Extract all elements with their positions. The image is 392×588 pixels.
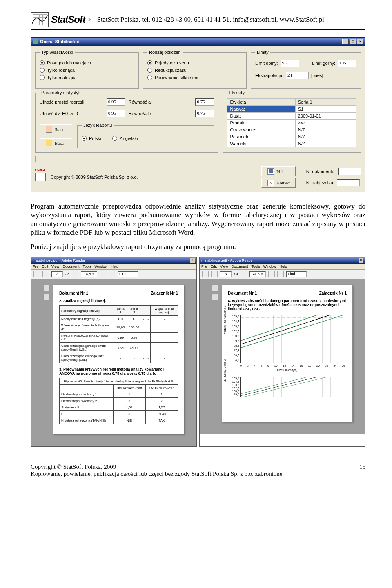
menu-item[interactable]: Edit — [42, 264, 49, 268]
zoom-icon[interactable] — [100, 271, 106, 277]
pdf-menu[interactable]: FileEditViewDocumentToolsWindowHelp — [200, 264, 365, 270]
radio-time-reduction[interactable]: Redukcja czasu — [147, 68, 242, 73]
zoom-input[interactable]: 74,8% — [249, 271, 266, 277]
page-down-icon[interactable] — [241, 271, 247, 277]
att-num-input[interactable] — [337, 179, 360, 186]
start-button[interactable]: Start — [40, 124, 72, 134]
pdf-page-content: Dokument Nr 1Załącznik Nr 1 4. Wykres za… — [222, 285, 353, 422]
page-down-icon[interactable] — [72, 271, 78, 277]
maximize-button[interactable]: □ — [350, 39, 356, 44]
chart-series-1: 105,6104,4103,2102,0100,899,698,497,296,… — [228, 313, 347, 371]
radio-falling[interactable]: Tylko malejąca — [40, 75, 134, 80]
vendor-logo — [35, 173, 46, 181]
attachments-icon[interactable] — [43, 294, 50, 300]
group-type: Typ właściwości Rosnąca lub malejąca Tyl… — [35, 50, 139, 89]
dialog-window: Ocena Stabilności _ □ × Typ właściwości … — [31, 37, 365, 192]
high-limit-input[interactable]: 105 — [338, 60, 356, 67]
tool-icon[interactable] — [109, 271, 115, 277]
conf-h0-label: Ufność dla H0: a=0: — [40, 111, 103, 116]
menu-item[interactable]: Tools — [82, 264, 91, 268]
low-limit-label: Limit dolny: — [255, 61, 278, 66]
labels-table[interactable]: EtykietaSeria 1 Nazwa:S1 Data:2009-01-01… — [227, 98, 356, 147]
logo-text: StatSoft — [51, 14, 85, 25]
attachment-number: Załącznik Nr 1 — [151, 291, 178, 295]
page-total: / 4 — [234, 272, 238, 276]
pdf-menu[interactable]: FileEditViewDocumentToolsWindowHelp — [31, 264, 196, 270]
menu-item[interactable]: Help — [279, 264, 287, 268]
mini-logo-icon — [35, 173, 46, 181]
paragraph-2: Poniżej znajduje się przykładowy raport … — [31, 242, 365, 251]
menu-item[interactable]: Document — [62, 264, 79, 268]
pdf-close-icon[interactable]: × — [190, 258, 195, 263]
pdf-page-content: Dokument Nr 1Załącznik Nr 1 2. Analiza r… — [53, 285, 184, 434]
pdf-window-right: r_stabilnosc.pdf - Adobe Reader × FileEd… — [199, 257, 365, 447]
radio-single-series[interactable]: Pojedyncza seria — [147, 60, 242, 65]
page-up-icon[interactable] — [211, 271, 218, 277]
pdf-title-text: r_stabilnosc.pdf - Adobe Reader — [201, 258, 254, 262]
radio-icon — [147, 60, 152, 65]
radio-compare-series[interactable]: Porównanie kilku serii — [147, 75, 242, 80]
menu-item[interactable]: View — [220, 264, 228, 268]
file-button[interactable]: Plik — [261, 166, 296, 176]
ancova-table: Hipoteza H0: Brak istotnej różnicy międz… — [59, 378, 178, 424]
conf-reg-input[interactable]: 0,95 — [107, 98, 125, 106]
thumbnails-icon[interactable] — [212, 285, 218, 291]
find-input[interactable]: Find — [286, 271, 307, 277]
conf-reg-label: Ufność prostej regresji: — [40, 100, 103, 104]
end-button[interactable]: Koniec — [261, 178, 296, 188]
page-input[interactable]: 3 — [220, 271, 232, 277]
extrap-input[interactable]: 24 — [286, 72, 309, 79]
menu-item[interactable]: View — [51, 264, 59, 268]
minimize-button[interactable]: _ — [342, 39, 349, 44]
close-button[interactable]: × — [357, 39, 363, 44]
group-limits-legend: Limity — [255, 50, 270, 55]
group-labels: Etykiety EtykietaSeria 1 Nazwa:S1 Data:2… — [223, 90, 361, 153]
low-limit-input[interactable]: 95 — [281, 60, 299, 67]
print-icon[interactable] — [202, 271, 209, 277]
radio-icon — [112, 136, 117, 141]
tool-icon[interactable] — [277, 271, 284, 277]
page-input[interactable]: 2 — [51, 271, 63, 277]
radio-rising-falling[interactable]: Rosnąca lub malejąca — [40, 60, 134, 65]
conf-h0-input[interactable]: 0,95 — [107, 110, 125, 117]
table-row: Produkt:ww — [227, 120, 356, 126]
radio-polish[interactable]: Polski — [82, 136, 101, 141]
eq-b-input[interactable]: 0,75 — [195, 110, 214, 117]
base-button[interactable]: Baza — [40, 138, 72, 148]
table-row: Warunki:N/Z — [227, 140, 356, 147]
zoom-input[interactable]: 74,8% — [81, 271, 97, 277]
menu-item[interactable]: Help — [111, 264, 118, 268]
window-icon — [33, 39, 38, 44]
radio-english[interactable]: Angielski — [112, 136, 138, 141]
radio-rising[interactable]: Tylko rosnąca — [40, 68, 134, 73]
menu-item[interactable]: Document — [231, 264, 248, 268]
thumbnails-icon[interactable] — [43, 285, 50, 291]
print-icon[interactable] — [33, 271, 40, 277]
section-4: 4. Wykres zależności badanego parametru … — [228, 299, 347, 311]
attachments-icon[interactable] — [212, 294, 218, 300]
doc-num-input[interactable] — [338, 168, 361, 175]
page-up-icon[interactable] — [42, 271, 49, 277]
group-calc-legend: Rodzaj obliczeń — [147, 50, 183, 55]
attachment-number: Załącznik Nr 1 — [319, 291, 347, 295]
footer-notice: Kopiowanie, powielanie, publikacja całoś… — [31, 470, 283, 477]
radio-icon — [40, 75, 45, 80]
menu-item[interactable]: File — [201, 264, 207, 268]
eq-a-input[interactable]: 0,75 — [195, 98, 214, 106]
menu-item[interactable]: Window — [263, 264, 276, 268]
menu-item[interactable]: Tools — [251, 264, 260, 268]
pdf-toolbar[interactable]: 3 / 4 74,8% Find — [200, 270, 365, 279]
zoom-icon[interactable] — [268, 271, 275, 277]
pdf-close-icon[interactable]: × — [359, 258, 363, 263]
save-icon — [267, 168, 274, 175]
table-row: Nazwa:S1 — [227, 106, 356, 113]
regression-table: Parametry regresji liniowejSeria 1Seria … — [59, 305, 178, 363]
menu-item[interactable]: Edit — [211, 264, 217, 268]
titlebar: Ocena Stabilności _ □ × — [31, 38, 365, 46]
menu-item[interactable]: File — [33, 264, 39, 268]
database-icon — [46, 140, 52, 146]
menu-item[interactable]: Window — [94, 264, 107, 268]
page-header: StatSoft ® StatSoft Polska, tel. 012 428… — [31, 12, 365, 30]
pdf-toolbar[interactable]: 2 / 4 74,8% Find — [31, 270, 196, 279]
find-input[interactable]: Find — [118, 271, 138, 277]
